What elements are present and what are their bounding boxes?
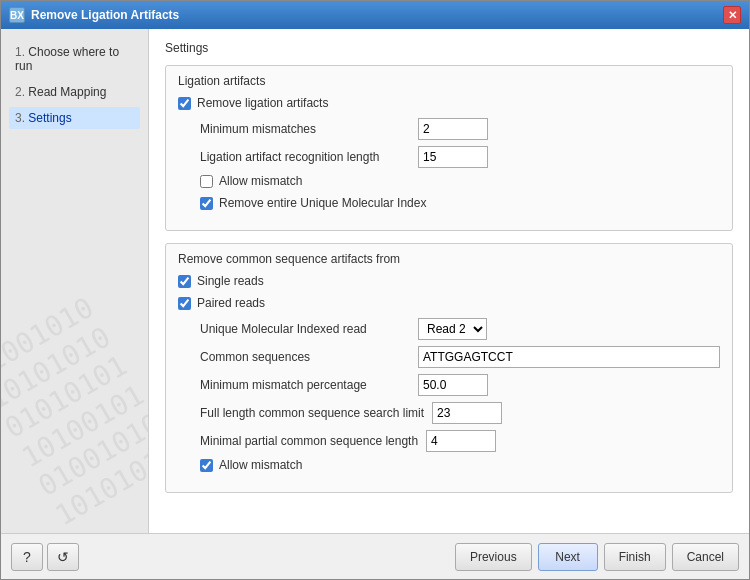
- help-button[interactable]: ?: [11, 543, 43, 571]
- allow-mismatch-common-label: Allow mismatch: [219, 458, 302, 472]
- recognition-length-input[interactable]: [418, 146, 488, 168]
- single-reads-row: Single reads: [178, 274, 720, 288]
- recognition-length-label: Ligation artifact recognition length: [200, 150, 410, 164]
- finish-button[interactable]: Finish: [604, 543, 666, 571]
- single-reads-label: Single reads: [197, 274, 264, 288]
- recognition-length-row: Ligation artifact recognition length: [178, 146, 720, 168]
- paired-reads-label: Paired reads: [197, 296, 265, 310]
- allow-mismatch-common-checkbox[interactable]: [200, 459, 213, 472]
- help-icon: ?: [23, 549, 31, 565]
- next-button[interactable]: Next: [538, 543, 598, 571]
- remove-ligation-checkbox[interactable]: [178, 97, 191, 110]
- allow-mismatch-common-row: Allow mismatch: [178, 458, 720, 472]
- common-sequence-group: Remove common sequence artifacts from Si…: [165, 243, 733, 493]
- common-seq-group-title: Remove common sequence artifacts from: [178, 252, 720, 266]
- reset-icon: ↺: [57, 549, 69, 565]
- section-title: Settings: [165, 41, 733, 55]
- common-sequences-label: Common sequences: [200, 350, 410, 364]
- min-mismatches-label: Minimum mismatches: [200, 122, 410, 136]
- window-title: Remove Ligation Artifacts: [31, 8, 717, 22]
- remove-umi-checkbox[interactable]: [200, 197, 213, 210]
- sidebar-item-choose-where[interactable]: 1. Choose where to run: [9, 41, 140, 77]
- min-mismatches-input[interactable]: [418, 118, 488, 140]
- min-partial-label: Minimal partial common sequence length: [200, 434, 418, 448]
- allow-mismatch-label: Allow mismatch: [219, 174, 302, 188]
- footer-right: Previous Next Finish Cancel: [455, 543, 739, 571]
- min-mismatch-pct-input[interactable]: [418, 374, 488, 396]
- reset-button[interactable]: ↺: [47, 543, 79, 571]
- umi-read-row: Unique Molecular Indexed read Read 1 Rea…: [178, 318, 720, 340]
- umi-read-select[interactable]: Read 1 Read 2: [418, 318, 487, 340]
- paired-reads-checkbox[interactable]: [178, 297, 191, 310]
- main-window: BX Remove Ligation Artifacts ✕ 1. Choose…: [0, 0, 750, 580]
- min-mismatch-pct-row: Minimum mismatch percentage: [178, 374, 720, 396]
- sidebar-item-settings[interactable]: 3. Settings: [9, 107, 140, 129]
- remove-ligation-label: Remove ligation artifacts: [197, 96, 328, 110]
- min-mismatches-row: Minimum mismatches: [178, 118, 720, 140]
- umi-read-label: Unique Molecular Indexed read: [200, 322, 410, 336]
- footer-left: ? ↺: [11, 543, 79, 571]
- min-mismatch-pct-label: Minimum mismatch percentage: [200, 378, 410, 392]
- single-reads-checkbox[interactable]: [178, 275, 191, 288]
- sidebar-item-read-mapping[interactable]: 2. Read Mapping: [9, 81, 140, 103]
- previous-button[interactable]: Previous: [455, 543, 532, 571]
- allow-mismatch-row: Allow mismatch: [178, 174, 720, 188]
- remove-umi-row: Remove entire Unique Molecular Index: [178, 196, 720, 210]
- remove-umi-label: Remove entire Unique Molecular Index: [219, 196, 426, 210]
- full-length-input[interactable]: [432, 402, 502, 424]
- footer: ? ↺ Previous Next Finish Cancel: [1, 533, 749, 579]
- min-partial-row: Minimal partial common sequence length: [178, 430, 720, 452]
- sidebar-watermark: 0100101010101010010101011010010101001010…: [1, 288, 149, 533]
- min-partial-input[interactable]: [426, 430, 496, 452]
- remove-ligation-row: Remove ligation artifacts: [178, 96, 720, 110]
- common-sequences-row: Common sequences: [178, 346, 720, 368]
- paired-reads-row: Paired reads: [178, 296, 720, 310]
- full-length-label: Full length common sequence search limit: [200, 406, 424, 420]
- cancel-button[interactable]: Cancel: [672, 543, 739, 571]
- ligation-group-title: Ligation artifacts: [178, 74, 720, 88]
- sidebar: 1. Choose where to run 2. Read Mapping 3…: [1, 29, 149, 533]
- allow-mismatch-checkbox[interactable]: [200, 175, 213, 188]
- content-area: 1. Choose where to run 2. Read Mapping 3…: [1, 29, 749, 533]
- full-length-row: Full length common sequence search limit: [178, 402, 720, 424]
- main-panel: Settings Ligation artifacts Remove ligat…: [149, 29, 749, 533]
- common-sequences-input[interactable]: [418, 346, 720, 368]
- close-button[interactable]: ✕: [723, 6, 741, 24]
- title-bar: BX Remove Ligation Artifacts ✕: [1, 1, 749, 29]
- app-icon: BX: [9, 7, 25, 23]
- ligation-artifacts-group: Ligation artifacts Remove ligation artif…: [165, 65, 733, 231]
